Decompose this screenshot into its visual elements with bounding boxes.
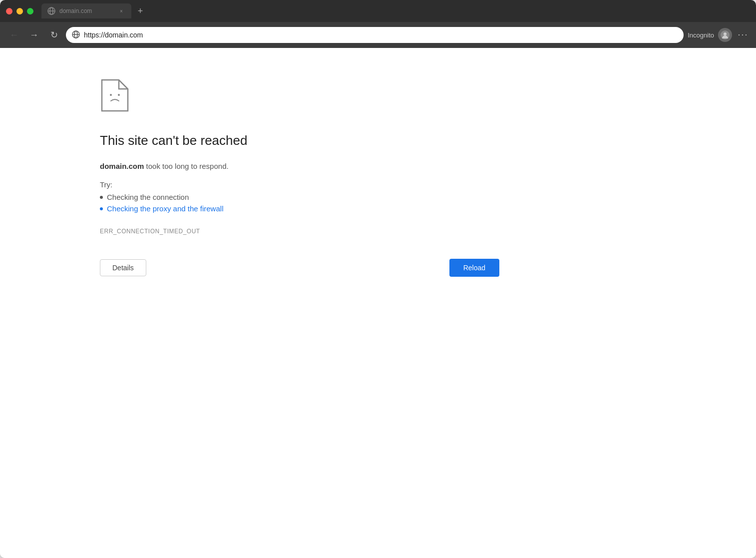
maximize-window-btn[interactable] xyxy=(27,8,33,14)
svg-point-7 xyxy=(724,32,727,35)
browser-tab[interactable]: domain.com × xyxy=(41,3,131,18)
address-bar[interactable]: https://domain.com xyxy=(66,27,684,43)
new-tab-button[interactable]: + xyxy=(133,4,147,18)
incognito-icon xyxy=(718,28,732,42)
bullet-icon xyxy=(100,196,103,199)
error-description: domain.com took too long to respond. xyxy=(100,160,756,172)
error-code: ERR_CONNECTION_TIMED_OUT xyxy=(100,228,756,235)
close-window-btn[interactable] xyxy=(6,8,12,14)
error-title: This site can't be reached xyxy=(100,133,756,148)
list-item: Checking the proxy and the firewall xyxy=(100,204,756,213)
bullet-icon xyxy=(100,207,103,210)
toolbar: ← → ↻ https://domain.com Incognito xyxy=(0,22,756,48)
proxy-firewall-link[interactable]: Checking the proxy and the firewall xyxy=(107,204,223,213)
button-row: Details Reload xyxy=(100,259,499,277)
error-icon xyxy=(100,78,130,113)
reload-button[interactable]: Reload xyxy=(449,259,499,277)
url-text: https://domain.com xyxy=(84,31,678,39)
browser-window: domain.com × + ← → ↻ https://domain.com xyxy=(0,0,756,558)
tab-title: domain.com xyxy=(59,7,113,14)
page-content: This site can't be reached domain.com to… xyxy=(0,48,756,558)
back-button[interactable]: ← xyxy=(6,27,22,43)
tab-close-button[interactable]: × xyxy=(117,7,125,15)
suggestion-text-1: Checking the connection xyxy=(107,193,189,201)
reload-icon: ↻ xyxy=(50,29,58,40)
title-bar: domain.com × + xyxy=(0,0,756,22)
tab-favicon-icon xyxy=(47,7,55,15)
menu-button[interactable]: ⋮ xyxy=(736,28,750,42)
reload-button[interactable]: ↻ xyxy=(46,27,62,43)
incognito-label: Incognito xyxy=(688,31,714,39)
back-icon: ← xyxy=(9,30,18,40)
forward-icon: → xyxy=(29,30,38,40)
lock-icon xyxy=(72,30,80,40)
error-description-suffix: took too long to respond. xyxy=(144,162,228,170)
suggestion-list: Checking the connection Checking the pro… xyxy=(100,193,756,216)
svg-point-9 xyxy=(118,94,120,96)
details-button[interactable]: Details xyxy=(100,259,146,276)
list-item: Checking the connection xyxy=(100,193,756,201)
forward-button[interactable]: → xyxy=(26,27,42,43)
svg-point-8 xyxy=(110,94,112,96)
toolbar-right: Incognito ⋮ xyxy=(688,28,750,42)
error-domain: domain.com xyxy=(100,162,144,170)
try-label: Try: xyxy=(100,180,756,189)
window-controls xyxy=(6,8,33,14)
minimize-window-btn[interactable] xyxy=(16,8,23,14)
